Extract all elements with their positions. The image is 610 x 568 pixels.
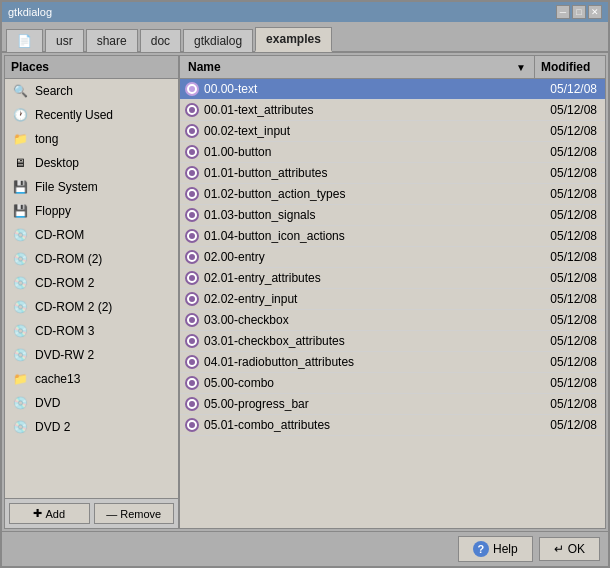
file-icon	[184, 249, 200, 265]
file-name: 05.01-combo_attributes	[204, 418, 537, 432]
sidebar-buttons: ✚ Add — Remove	[5, 498, 178, 528]
cdrom2-2-icon: 💿	[11, 298, 29, 316]
file-area: Name ▼ Modified 00.00-text05/12/0800.01-…	[180, 56, 605, 528]
tab-doc[interactable]: doc	[140, 29, 181, 52]
tab-examples[interactable]: examples	[255, 27, 332, 52]
dvd2-icon: 💿	[11, 418, 29, 436]
help-label: Help	[493, 542, 518, 556]
sidebar-item-cdrom-label: CD-ROM	[35, 228, 84, 242]
file-icon	[184, 123, 200, 139]
tab-gtkdialog-label: gtkdialog	[194, 34, 242, 48]
desktop-icon: 🖥	[11, 154, 29, 172]
main-content: Places 🔍 Search 🕐 Recently Used 📁 tong 🖥…	[4, 55, 606, 529]
table-row[interactable]: 02.00-entry05/12/08	[180, 247, 605, 268]
table-row[interactable]: 05.00-combo05/12/08	[180, 373, 605, 394]
file-icon	[184, 417, 200, 433]
file-name: 01.02-button_action_types	[204, 187, 537, 201]
sidebar-item-desktop[interactable]: 🖥 Desktop	[5, 151, 178, 175]
file-date: 05/12/08	[541, 292, 601, 306]
table-row[interactable]: 01.03-button_signals05/12/08	[180, 205, 605, 226]
cdrom-icon: 💿	[11, 226, 29, 244]
sidebar: Places 🔍 Search 🕐 Recently Used 📁 tong 🖥…	[5, 56, 180, 528]
file-icon	[184, 165, 200, 181]
file-icon	[184, 375, 200, 391]
file-name: 00.00-text	[204, 82, 537, 96]
title-bar: gtkdialog ─ □ ✕	[2, 2, 608, 22]
sidebar-item-search[interactable]: 🔍 Search	[5, 79, 178, 103]
add-button[interactable]: ✚ Add	[9, 503, 90, 524]
sidebar-item-cdrom2-2[interactable]: 💿 CD-ROM 2 (2)	[5, 295, 178, 319]
file-name: 01.01-button_attributes	[204, 166, 537, 180]
sidebar-item-floppy-label: Floppy	[35, 204, 71, 218]
file-date: 05/12/08	[541, 103, 601, 117]
tab-gtkdialog[interactable]: gtkdialog	[183, 29, 253, 52]
file-date: 05/12/08	[541, 187, 601, 201]
file-name: 02.00-entry	[204, 250, 537, 264]
main-window: gtkdialog ─ □ ✕ 📄 usr share doc gtkdialo…	[0, 0, 610, 568]
sidebar-item-dvd[interactable]: 💿 DVD	[5, 391, 178, 415]
sidebar-item-cache13[interactable]: 📁 cache13	[5, 367, 178, 391]
sidebar-list: 🔍 Search 🕐 Recently Used 📁 tong 🖥 Deskto…	[5, 79, 178, 498]
tab-icon-only[interactable]: 📄	[6, 29, 43, 52]
file-icon	[184, 312, 200, 328]
col-name-header[interactable]: Name ▼	[180, 56, 535, 78]
table-row[interactable]: 05.01-combo_attributes05/12/08	[180, 415, 605, 436]
table-row[interactable]: 03.01-checkbox_attributes05/12/08	[180, 331, 605, 352]
sidebar-item-dvdrw2[interactable]: 💿 DVD-RW 2	[5, 343, 178, 367]
window-title: gtkdialog	[8, 6, 52, 18]
file-name: 05.00-progress_bar	[204, 397, 537, 411]
file-icon	[184, 228, 200, 244]
table-row[interactable]: 01.02-button_action_types05/12/08	[180, 184, 605, 205]
help-button[interactable]: ? Help	[458, 536, 533, 562]
table-row[interactable]: 05.00-progress_bar05/12/08	[180, 394, 605, 415]
file-name: 03.01-checkbox_attributes	[204, 334, 537, 348]
bottom-bar: ? Help ↵ OK	[2, 531, 608, 566]
sidebar-item-cdrom3[interactable]: 💿 CD-ROM 3	[5, 319, 178, 343]
table-row[interactable]: 04.01-radiobutton_attributes05/12/08	[180, 352, 605, 373]
col-modified-header[interactable]: Modified	[535, 56, 605, 78]
recently-used-icon: 🕐	[11, 106, 29, 124]
ok-button[interactable]: ↵ OK	[539, 537, 600, 561]
maximize-button[interactable]: □	[572, 5, 586, 19]
sidebar-item-dvdrw2-label: DVD-RW 2	[35, 348, 94, 362]
sidebar-item-dvd2-label: DVD 2	[35, 420, 70, 434]
table-row[interactable]: 00.01-text_attributes05/12/08	[180, 100, 605, 121]
table-row[interactable]: 00.00-text05/12/08	[180, 79, 605, 100]
file-name: 00.01-text_attributes	[204, 103, 537, 117]
table-row[interactable]: 02.02-entry_input05/12/08	[180, 289, 605, 310]
sidebar-item-filesystem-label: File System	[35, 180, 98, 194]
sidebar-item-cdrom2-label: CD-ROM (2)	[35, 252, 102, 266]
minimize-button[interactable]: ─	[556, 5, 570, 19]
table-row[interactable]: 01.01-button_attributes05/12/08	[180, 163, 605, 184]
remove-button[interactable]: — Remove	[94, 503, 175, 524]
dvdrw2-icon: 💿	[11, 346, 29, 364]
table-row[interactable]: 03.00-checkbox05/12/08	[180, 310, 605, 331]
table-row[interactable]: 01.00-button05/12/08	[180, 142, 605, 163]
file-date: 05/12/08	[541, 166, 601, 180]
sidebar-item-cdrom2b[interactable]: 💿 CD-ROM 2	[5, 271, 178, 295]
tab-share-label: share	[97, 34, 127, 48]
table-row[interactable]: 00.02-text_input05/12/08	[180, 121, 605, 142]
file-name: 05.00-combo	[204, 376, 537, 390]
table-row[interactable]: 02.01-entry_attributes05/12/08	[180, 268, 605, 289]
file-name: 00.02-text_input	[204, 124, 537, 138]
file-icon	[184, 144, 200, 160]
file-name: 02.02-entry_input	[204, 292, 537, 306]
sidebar-item-floppy[interactable]: 💾 Floppy	[5, 199, 178, 223]
sidebar-item-dvd2[interactable]: 💿 DVD 2	[5, 415, 178, 439]
table-row[interactable]: 01.04-button_icon_actions05/12/08	[180, 226, 605, 247]
sidebar-header: Places	[5, 56, 178, 79]
sidebar-item-cdrom[interactable]: 💿 CD-ROM	[5, 223, 178, 247]
sidebar-item-recently-used[interactable]: 🕐 Recently Used	[5, 103, 178, 127]
ok-label: OK	[568, 542, 585, 556]
close-button[interactable]: ✕	[588, 5, 602, 19]
tab-usr[interactable]: usr	[45, 29, 84, 52]
file-icon	[184, 270, 200, 286]
sidebar-item-cdrom2[interactable]: 💿 CD-ROM (2)	[5, 247, 178, 271]
sidebar-item-tong[interactable]: 📁 tong	[5, 127, 178, 151]
file-date: 05/12/08	[541, 208, 601, 222]
file-date: 05/12/08	[541, 334, 601, 348]
sidebar-item-filesystem[interactable]: 💾 File System	[5, 175, 178, 199]
tab-share[interactable]: share	[86, 29, 138, 52]
dvd-icon: 💿	[11, 394, 29, 412]
